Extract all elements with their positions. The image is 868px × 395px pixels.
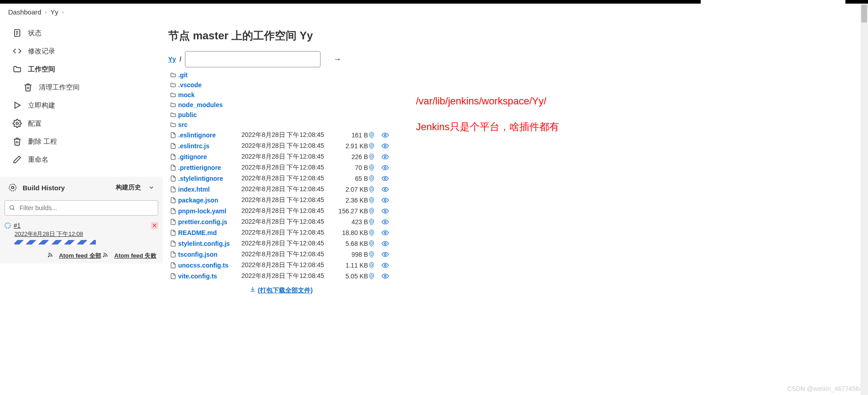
- view-icon[interactable]: [382, 218, 395, 226]
- scrollbar[interactable]: [860, 4, 868, 295]
- build-progress-bar: [14, 240, 96, 245]
- sidebar-item-0[interactable]: 状态: [0, 24, 163, 42]
- fingerprint-icon[interactable]: [368, 153, 382, 160]
- file-row: prettier.config.js2022年8月28日 下午12:08:454…: [168, 216, 868, 227]
- build-status-icon: [5, 222, 11, 229]
- file-name[interactable]: .eslintrc.js: [178, 142, 241, 150]
- view-icon[interactable]: [382, 262, 395, 269]
- file-icon: [168, 262, 178, 268]
- sidebar-item-label: 清理工作空间: [39, 83, 80, 92]
- atom-feed-all-link[interactable]: Atom feed 全部: [59, 252, 101, 259]
- file-size: 5.05 KB: [332, 273, 368, 280]
- atom-feed-fail-link[interactable]: Atom feed 失败: [114, 252, 156, 259]
- fingerprint-icon[interactable]: [368, 229, 382, 236]
- delete-build-icon[interactable]: ✕: [151, 222, 158, 229]
- filter-builds-input[interactable]: [5, 200, 158, 216]
- file-size: 2.91 KB: [332, 142, 368, 150]
- fingerprint-icon[interactable]: [368, 240, 382, 247]
- sidebar-item-3[interactable]: 清理工作空间: [0, 78, 163, 96]
- feed-links: Atom feed 全部 Atom feed 失败: [0, 248, 163, 263]
- fingerprint-icon[interactable]: [368, 132, 382, 139]
- file-name[interactable]: index.html: [178, 186, 241, 193]
- fingerprint-icon[interactable]: [368, 175, 382, 182]
- folder-icon: [168, 112, 178, 118]
- view-icon[interactable]: [382, 207, 395, 215]
- file-name[interactable]: unocss.config.ts: [178, 262, 241, 269]
- view-icon[interactable]: [382, 229, 395, 236]
- file-size: 156.27 KB: [332, 207, 368, 215]
- breadcrumb: Dashboard › Yy ›: [0, 4, 868, 20]
- view-icon[interactable]: [382, 240, 395, 247]
- breadcrumb-yy[interactable]: Yy: [50, 8, 58, 16]
- file-name[interactable]: tsconfig.json: [178, 251, 241, 258]
- fingerprint-icon[interactable]: [368, 197, 382, 204]
- sidebar-item-label: 删除 工程: [28, 137, 57, 146]
- view-icon[interactable]: [382, 251, 395, 258]
- svg-point-10: [48, 256, 49, 257]
- svg-point-18: [384, 199, 386, 201]
- view-icon[interactable]: [382, 142, 395, 150]
- download-all-link[interactable]: (打包下载全部文件): [258, 287, 312, 294]
- top-search-box[interactable]: [701, 0, 845, 5]
- file-icon: [168, 240, 178, 247]
- file-name[interactable]: .gitignore: [178, 153, 241, 160]
- fingerprint-icon[interactable]: [368, 218, 382, 226]
- sidebar-item-5[interactable]: 配置: [0, 114, 163, 132]
- view-icon[interactable]: [382, 273, 395, 280]
- workspace-path-input[interactable]: [185, 51, 321, 67]
- fingerprint-icon[interactable]: [368, 273, 382, 280]
- file-name[interactable]: .stylelintignore: [178, 175, 241, 182]
- workspace-root-link[interactable]: Yy: [168, 56, 176, 63]
- build-history-panel: Build History 构建历史 #1 ✕: [0, 177, 163, 263]
- fingerprint-icon[interactable]: [368, 262, 382, 269]
- go-arrow-icon[interactable]: →: [333, 55, 341, 64]
- file-name[interactable]: package.json: [178, 197, 241, 204]
- page-title: 节点 master 上的工作空间 Yy: [168, 28, 868, 43]
- file-row: .stylelintignore2022年8月28日 下午12:08:4565 …: [168, 173, 868, 184]
- file-name[interactable]: pnpm-lock.yaml: [178, 207, 241, 215]
- sidebar-item-7[interactable]: 重命名: [0, 150, 163, 169]
- view-icon[interactable]: [382, 197, 395, 204]
- build-number-link[interactable]: #1: [14, 222, 21, 229]
- folder-name[interactable]: node_modules: [178, 101, 241, 108]
- folder-name[interactable]: .git: [178, 71, 241, 79]
- main-content: 节点 master 上的工作空间 Yy Yy / → .git.vscodemo…: [163, 20, 868, 295]
- folder-row[interactable]: .git: [168, 70, 868, 80]
- folder-name[interactable]: .vscode: [178, 81, 241, 89]
- fingerprint-icon[interactable]: [368, 142, 382, 150]
- file-name[interactable]: README.md: [178, 229, 241, 236]
- sidebar-item-1[interactable]: 修改记录: [0, 42, 163, 60]
- sidebar-item-2[interactable]: 工作空间: [0, 60, 163, 78]
- svg-point-7: [12, 187, 14, 189]
- build-date[interactable]: 2022年8月28日 下午12:08: [5, 230, 158, 238]
- fingerprint-icon[interactable]: [368, 164, 382, 171]
- scroll-thumb[interactable]: [861, 5, 867, 23]
- breadcrumb-dashboard[interactable]: Dashboard: [8, 8, 41, 16]
- folder-name[interactable]: mock: [178, 91, 241, 99]
- file-row: package.json2022年8月28日 下午12:08:452.36 KB: [168, 195, 868, 206]
- fingerprint-icon[interactable]: [368, 186, 382, 193]
- view-icon[interactable]: [382, 175, 395, 182]
- chevron-down-icon[interactable]: [148, 184, 155, 191]
- view-icon[interactable]: [382, 164, 395, 171]
- view-icon[interactable]: [382, 153, 395, 160]
- file-name[interactable]: .prettierignore: [178, 164, 241, 171]
- svg-point-21: [384, 232, 386, 234]
- sidebar-item-4[interactable]: 立即构建: [0, 96, 163, 114]
- folder-name[interactable]: public: [178, 111, 241, 118]
- build-history-subtitle[interactable]: 构建历史: [116, 183, 141, 192]
- fingerprint-icon[interactable]: [368, 251, 382, 258]
- file-icon: [168, 165, 178, 171]
- folder-name[interactable]: src: [178, 121, 241, 128]
- file-name[interactable]: stylelint.config.js: [178, 240, 241, 247]
- file-name[interactable]: .eslintignore: [178, 132, 241, 139]
- view-icon[interactable]: [382, 132, 395, 139]
- build-item[interactable]: #1 ✕ 2022年8月28日 下午12:08: [0, 219, 163, 248]
- file-size: 998 B: [332, 251, 368, 258]
- fingerprint-icon[interactable]: [368, 207, 382, 215]
- file-date: 2022年8月28日 下午12:08:45: [241, 261, 332, 269]
- view-icon[interactable]: [382, 186, 395, 193]
- sidebar-item-6[interactable]: 删除 工程: [0, 132, 163, 150]
- file-name[interactable]: prettier.config.js: [178, 218, 241, 226]
- file-name[interactable]: vite.config.ts: [178, 273, 241, 280]
